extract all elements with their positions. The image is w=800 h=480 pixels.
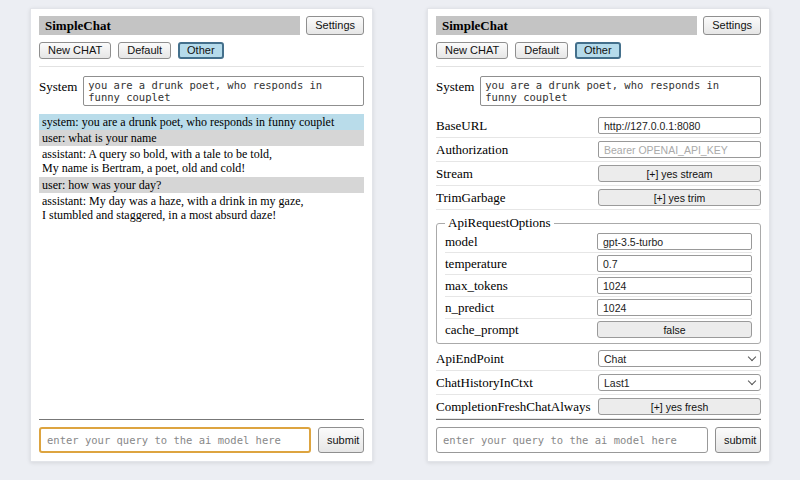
setting-label: temperature: [445, 256, 507, 272]
setting-cache-prompt-button[interactable]: false: [597, 321, 752, 338]
system-label: System: [436, 76, 474, 95]
setting-row-cache-prompt: cache_promptfalse: [445, 319, 752, 340]
submit-button[interactable]: submit: [318, 427, 364, 453]
setting-stream-button[interactable]: [+] yes stream: [598, 165, 761, 182]
session-default-button[interactable]: Default: [515, 42, 568, 59]
session-new-chat-button[interactable]: New CHAT: [436, 42, 508, 59]
setting-label: ApiEndPoint: [436, 351, 504, 367]
setting-model-input[interactable]: [597, 233, 752, 250]
session-default-button[interactable]: Default: [118, 42, 171, 59]
settings-body: BaseURLAuthorizationStream[+] yes stream…: [436, 114, 761, 419]
setting-baseurl-input[interactable]: [598, 117, 761, 134]
setting-label: BaseURL: [436, 118, 487, 134]
setting-trimgarbage-button[interactable]: [+] yes trim: [598, 189, 761, 206]
header: SimpleChat Settings: [39, 16, 364, 35]
submit-button[interactable]: submit: [715, 427, 761, 453]
settings-general-rows: BaseURLAuthorizationStream[+] yes stream…: [436, 114, 761, 210]
setting-row-baseurl: BaseURL: [436, 114, 761, 138]
app-title: SimpleChat: [442, 18, 508, 33]
chat-message-assistant: assistant: A query so bold, with a tale …: [39, 146, 364, 176]
query-input[interactable]: [39, 427, 311, 453]
session-bar: New CHAT Default Other: [39, 42, 364, 67]
setting-apiendpoint-select[interactable]: Chat: [598, 350, 761, 367]
settings-button[interactable]: Settings: [703, 16, 761, 35]
header: SimpleChat Settings: [436, 16, 761, 35]
chat-footer: submit: [39, 419, 364, 453]
session-new-chat-button[interactable]: New CHAT: [39, 42, 111, 59]
settings-endpoint-rows: ApiEndPointChatChatHistoryInCtxtLast1Com…: [436, 347, 761, 419]
page: { "app": { "title": "SimpleChat", "setti…: [0, 0, 800, 480]
api-request-options-rows: modeltemperaturemax_tokensn_predictcache…: [445, 231, 752, 340]
setting-temperature-input[interactable]: [597, 255, 752, 272]
chevron-down-icon: [748, 377, 756, 385]
query-row: submit: [436, 427, 761, 453]
setting-label: CompletionFreshChatAlways: [436, 399, 591, 415]
session-bar: New CHAT Default Other: [436, 42, 761, 67]
session-other-button[interactable]: Other: [575, 42, 621, 59]
system-label: System: [39, 76, 77, 95]
setting-label: model: [445, 234, 478, 250]
query-input[interactable]: [436, 427, 708, 453]
system-prompt-textarea[interactable]: you are a drunk poet, who responds in fu…: [480, 76, 761, 106]
setting-row-temperature: temperature: [445, 253, 752, 275]
select-value: Chat: [604, 353, 626, 365]
app-title-bar: SimpleChat: [39, 16, 300, 35]
setting-label: cache_prompt: [445, 322, 519, 338]
api-request-options-legend: ApiRequestOptions: [445, 215, 554, 231]
setting-row-completionfreshchatalways: CompletionFreshChatAlways[+] yes fresh: [436, 395, 761, 419]
setting-row-trimgarbage: TrimGarbage[+] yes trim: [436, 186, 761, 210]
app-title: SimpleChat: [45, 18, 111, 33]
setting-label: n_predict: [445, 300, 494, 316]
setting-label: max_tokens: [445, 278, 508, 294]
setting-row-chathistoryinctxt: ChatHistoryInCtxtLast1: [436, 371, 761, 395]
chat-log: system: you are a drunk poet, who respon…: [39, 114, 364, 419]
settings-button[interactable]: Settings: [306, 16, 364, 35]
chat-message-system: system: you are a drunk poet, who respon…: [39, 114, 364, 130]
setting-row-stream: Stream[+] yes stream: [436, 162, 761, 186]
setting-row-apiendpoint: ApiEndPointChat: [436, 347, 761, 371]
chat-footer: submit: [436, 419, 761, 453]
settings-panel: SimpleChat Settings New CHAT Default Oth…: [427, 8, 770, 462]
session-other-button[interactable]: Other: [178, 42, 224, 59]
chat-message-assistant: assistant: My day was a haze, with a dri…: [39, 193, 364, 223]
chevron-down-icon: [748, 353, 756, 361]
system-prompt-row: System you are a drunk poet, who respond…: [436, 76, 761, 106]
query-row: submit: [39, 427, 364, 453]
chat-message-user: user: what is your name: [39, 130, 364, 146]
app-title-bar: SimpleChat: [436, 16, 697, 35]
chat-message-user: user: how was your day?: [39, 177, 364, 193]
chat-panel: SimpleChat Settings New CHAT Default Oth…: [30, 8, 373, 462]
setting-max-tokens-input[interactable]: [597, 277, 752, 294]
setting-label: Authorization: [436, 142, 508, 158]
setting-row-n-predict: n_predict: [445, 297, 752, 319]
system-prompt-row: System you are a drunk poet, who respond…: [39, 76, 364, 106]
setting-completionfreshchatalways-button[interactable]: [+] yes fresh: [598, 398, 761, 415]
setting-row-max-tokens: max_tokens: [445, 275, 752, 297]
system-prompt-textarea[interactable]: you are a drunk poet, who responds in fu…: [83, 76, 364, 106]
api-request-options-fieldset: ApiRequestOptions modeltemperaturemax_to…: [436, 215, 761, 344]
setting-authorization-input[interactable]: [598, 141, 761, 158]
select-value: Last1: [604, 377, 630, 389]
setting-row-model: model: [445, 231, 752, 253]
setting-label: TrimGarbage: [436, 190, 506, 206]
setting-n-predict-input[interactable]: [597, 299, 752, 316]
setting-label: Stream: [436, 166, 473, 182]
setting-label: ChatHistoryInCtxt: [436, 375, 533, 391]
setting-row-authorization: Authorization: [436, 138, 761, 162]
setting-chathistoryinctxt-select[interactable]: Last1: [598, 374, 761, 391]
